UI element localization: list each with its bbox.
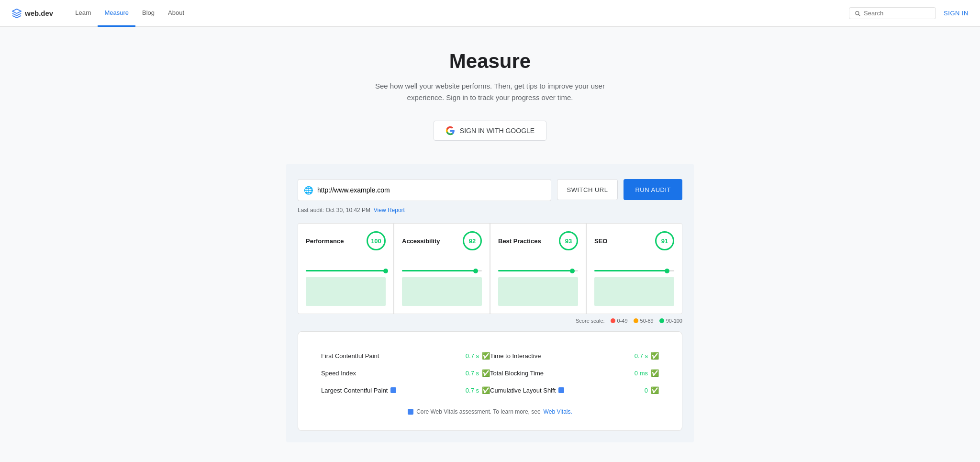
metrics-card: First Contentful Paint 0.7 s ✅ Speed Ind… (298, 331, 682, 431)
metric-value: 0 ms ✅ (635, 369, 659, 377)
score-bar-track (402, 270, 482, 271)
google-signin-button[interactable]: SIGN IN WITH GOOGLE (434, 121, 546, 141)
metric-value: 0.7 s ✅ (466, 352, 490, 360)
search-icon (854, 10, 861, 17)
score-label: Performance (306, 237, 344, 245)
scale-green-label: 90-100 (666, 318, 682, 324)
score-bar-container (402, 256, 482, 275)
score-card-header: Best Practices 93 (498, 231, 578, 250)
metric-value: 0 ✅ (645, 386, 659, 394)
metric-badge (558, 387, 564, 393)
globe-icon: 🌐 (304, 186, 313, 195)
scale-green-dot (659, 318, 664, 323)
view-report-link[interactable]: View Report (374, 207, 405, 214)
metric-row: Largest Contentful Paint 0.7 s ✅ (321, 382, 490, 399)
scale-red: 0-49 (611, 318, 628, 324)
score-thumbnail (402, 277, 482, 306)
scale-red-label: 0-49 (617, 318, 628, 324)
metric-name: First Contentful Paint (321, 352, 379, 360)
score-circle: 100 (367, 231, 386, 250)
score-bar-fill (498, 270, 572, 271)
logo[interactable]: web.dev (11, 8, 53, 19)
cwv-note: Core Web Vitals assessment. To learn mor… (321, 408, 659, 415)
url-input-wrapper[interactable]: 🌐 (298, 179, 551, 201)
metric-name: Total Blocking Time (490, 370, 544, 377)
page-subtitle: See how well your website performs. Then… (286, 80, 694, 103)
score-bar-container (306, 256, 386, 275)
score-bar-track (306, 270, 386, 271)
url-section: 🌐 SWITCH URL RUN AUDIT Last audit: Oct 3… (286, 164, 694, 442)
score-cards: Performance 100 Accessibility 92 Best Pr… (298, 223, 682, 314)
score-bar-fill (402, 270, 476, 271)
metric-check-icon: ✅ (651, 386, 659, 394)
score-bar-track (498, 270, 578, 271)
page-title: Measure (286, 50, 694, 73)
score-bar-dot (473, 269, 478, 273)
score-bar-dot (383, 269, 388, 273)
score-bar-container (498, 256, 578, 275)
score-scale-label: Score scale: (576, 318, 605, 324)
score-card-best-practices: Best Practices 93 (490, 224, 586, 314)
last-audit-info: Last audit: Oct 30, 10:42 PM View Report (298, 207, 682, 214)
score-label: SEO (594, 237, 607, 245)
metric-check-icon: ✅ (651, 369, 659, 377)
search-box[interactable] (849, 7, 936, 19)
google-g-icon (445, 126, 455, 135)
metric-row: Speed Index 0.7 s ✅ (321, 364, 490, 382)
sign-in-button[interactable]: SIGN IN (944, 10, 969, 17)
score-card-accessibility: Accessibility 92 (394, 224, 490, 314)
metric-check-icon: ✅ (482, 352, 490, 360)
main-nav: Learn Measure Blog About (68, 0, 191, 27)
scale-red-dot (611, 318, 615, 323)
logo-text: web.dev (25, 9, 53, 17)
score-bar-container (594, 256, 674, 275)
web-vitals-link[interactable]: Web Vitals. (544, 408, 572, 415)
main-content: Measure See how well your website perfor… (275, 27, 705, 462)
score-bar-dot (570, 269, 575, 273)
metric-value: 0.7 s ✅ (466, 386, 490, 394)
metrics-left-col: First Contentful Paint 0.7 s ✅ Speed Ind… (321, 347, 490, 399)
cwv-badge-icon (408, 409, 413, 415)
last-audit-text: Last audit: Oct 30, 10:42 PM (298, 207, 370, 214)
metric-row: Total Blocking Time 0 ms ✅ (490, 364, 659, 382)
nav-blog[interactable]: Blog (135, 0, 161, 27)
metric-name: Time to Interactive (490, 352, 541, 360)
score-card-header: Accessibility 92 (402, 231, 482, 250)
score-circle: 91 (655, 231, 674, 250)
header-right: SIGN IN (849, 7, 969, 19)
google-signin-label: SIGN IN WITH GOOGLE (460, 127, 535, 135)
metric-row: First Contentful Paint 0.7 s ✅ (321, 347, 490, 364)
switch-url-button[interactable]: SWITCH URL (557, 179, 618, 200)
metric-check-icon: ✅ (482, 386, 490, 394)
scale-orange: 50-89 (634, 318, 654, 324)
score-card-performance: Performance 100 (298, 224, 393, 314)
url-input[interactable] (317, 180, 545, 201)
nav-about[interactable]: About (161, 0, 191, 27)
metrics-right-col: Time to Interactive 0.7 s ✅ Total Blocki… (490, 347, 659, 399)
metric-check-icon: ✅ (651, 352, 659, 360)
header: web.dev Learn Measure Blog About SIGN IN (0, 0, 980, 27)
metric-name: Largest Contentful Paint (321, 387, 396, 394)
score-card-header: Performance 100 (306, 231, 386, 250)
scale-orange-label: 50-89 (640, 318, 654, 324)
url-input-row: 🌐 SWITCH URL RUN AUDIT (298, 179, 682, 201)
score-circle: 93 (559, 231, 578, 250)
metric-value: 0.7 s ✅ (635, 352, 659, 360)
run-audit-button[interactable]: RUN AUDIT (624, 179, 682, 200)
scale-green: 90-100 (659, 318, 682, 324)
score-bar-track (594, 270, 674, 271)
metric-name: Speed Index (321, 370, 356, 377)
score-bar-fill (306, 270, 386, 271)
nav-measure[interactable]: Measure (98, 0, 135, 27)
score-label: Accessibility (402, 237, 440, 245)
metric-badge (390, 387, 396, 393)
score-bar-dot (665, 269, 669, 273)
search-input[interactable] (864, 10, 931, 17)
scale-orange-dot (634, 318, 638, 323)
score-thumbnail (498, 277, 578, 306)
metric-row: Cumulative Layout Shift 0 ✅ (490, 382, 659, 399)
metric-value: 0.7 s ✅ (466, 369, 490, 377)
metric-check-icon: ✅ (482, 369, 490, 377)
nav-learn[interactable]: Learn (68, 0, 98, 27)
score-thumbnail (594, 277, 674, 306)
